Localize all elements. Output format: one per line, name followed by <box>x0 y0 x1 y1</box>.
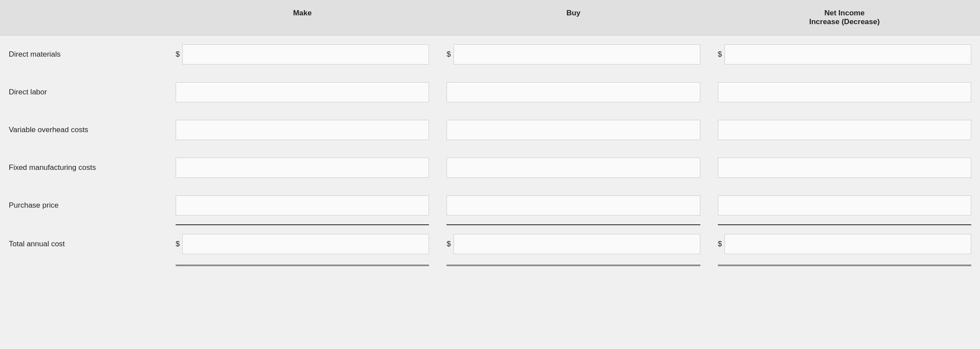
cell-buy-variable-overhead <box>438 115 709 144</box>
label-direct-labor: Direct labor <box>0 82 167 103</box>
input-make-fixed-manufacturing[interactable] <box>176 158 429 178</box>
double-divider-make <box>176 265 429 266</box>
cell-ni-direct-labor <box>709 78 980 107</box>
cell-ni-variable-overhead <box>709 115 980 144</box>
row-variable-overhead: Variable overhead costs <box>0 111 980 149</box>
cell-buy-total: $ <box>438 230 709 259</box>
divider-ni <box>718 224 971 225</box>
input-buy-direct-labor[interactable] <box>447 82 700 102</box>
divider-row <box>0 224 980 225</box>
cell-make-purchase-price <box>167 191 438 220</box>
input-ni-total[interactable] <box>724 234 971 254</box>
row-purchase-price: Purchase price <box>0 187 980 224</box>
input-ni-purchase-price[interactable] <box>718 195 971 216</box>
cell-make-direct-materials: $ <box>167 40 438 69</box>
double-divider-buy <box>447 265 700 266</box>
header-row: Make Buy Net Income Increase (Decrease) <box>0 0 980 36</box>
header-col4: Net Income Increase (Decrease) <box>709 6 980 29</box>
header-col2: Make <box>167 6 438 29</box>
input-ni-direct-materials[interactable] <box>724 44 971 65</box>
label-total-annual-cost: Total annual cost <box>0 234 167 255</box>
cell-make-total: $ <box>167 230 438 259</box>
header-col3: Buy <box>438 6 709 29</box>
input-buy-fixed-manufacturing[interactable] <box>447 158 700 178</box>
double-divider-ni <box>718 265 971 266</box>
input-buy-variable-overhead[interactable] <box>447 120 700 140</box>
double-divider-empty <box>0 263 167 266</box>
cell-buy-fixed-manufacturing <box>438 153 709 182</box>
row-direct-labor: Direct labor <box>0 73 980 111</box>
cell-make-variable-overhead <box>167 115 438 144</box>
dollar-buy-direct-materials: $ <box>447 50 450 59</box>
dollar-ni-direct-materials: $ <box>718 50 722 59</box>
divider-empty-1 <box>0 224 167 225</box>
input-make-variable-overhead[interactable] <box>176 120 429 140</box>
make-buy-table: Make Buy Net Income Increase (Decrease) … <box>0 0 980 266</box>
input-buy-purchase-price[interactable] <box>447 195 700 216</box>
cell-ni-direct-materials: $ <box>709 40 980 69</box>
divider-make <box>176 224 429 225</box>
cell-buy-direct-labor <box>438 78 709 107</box>
dollar-make-total: $ <box>176 240 180 248</box>
cell-ni-purchase-price <box>709 191 980 220</box>
input-buy-total[interactable] <box>454 234 700 254</box>
divider-buy <box>447 224 700 225</box>
input-make-total[interactable] <box>182 234 429 254</box>
label-purchase-price: Purchase price <box>0 195 167 216</box>
dollar-make-direct-materials: $ <box>176 50 180 59</box>
cell-ni-fixed-manufacturing <box>709 153 980 182</box>
cell-buy-direct-materials: $ <box>438 40 709 69</box>
input-ni-fixed-manufacturing[interactable] <box>718 158 971 178</box>
cell-make-direct-labor <box>167 78 438 107</box>
dollar-buy-total: $ <box>447 240 450 248</box>
input-ni-variable-overhead[interactable] <box>718 120 971 140</box>
label-fixed-manufacturing: Fixed manufacturing costs <box>0 157 167 178</box>
header-col1 <box>0 6 167 29</box>
input-ni-direct-labor[interactable] <box>718 82 971 102</box>
cell-make-fixed-manufacturing <box>167 153 438 182</box>
input-make-direct-labor[interactable] <box>176 82 429 102</box>
row-direct-materials: Direct materials $ $ $ <box>0 36 980 73</box>
cell-ni-total: $ <box>709 230 980 259</box>
dollar-ni-total: $ <box>718 240 722 248</box>
input-make-direct-materials[interactable] <box>182 44 429 65</box>
double-divider-row <box>0 263 980 266</box>
cell-buy-purchase-price <box>438 191 709 220</box>
label-variable-overhead: Variable overhead costs <box>0 119 167 140</box>
input-make-purchase-price[interactable] <box>176 195 429 216</box>
row-fixed-manufacturing: Fixed manufacturing costs <box>0 149 980 187</box>
row-total-annual-cost: Total annual cost $ $ $ <box>0 225 980 263</box>
input-buy-direct-materials[interactable] <box>454 44 700 65</box>
label-direct-materials: Direct materials <box>0 44 167 65</box>
